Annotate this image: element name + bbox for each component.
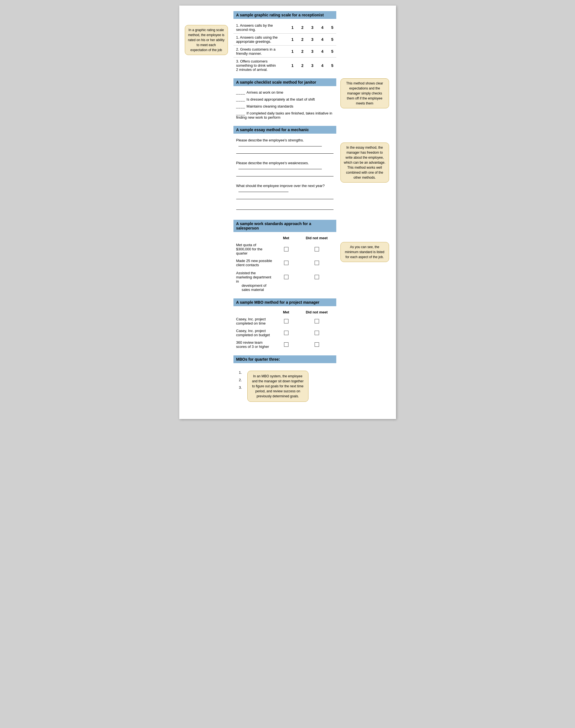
essay-q3: What should the employee improve over th… xyxy=(233,182,336,192)
table-row: Assisted the marketing department in dev… xyxy=(233,269,336,293)
mbo-checkbox-didnot-3[interactable] xyxy=(314,342,319,347)
mbo-checkbox-met-1[interactable] xyxy=(284,319,289,323)
checkbox-didnot-2[interactable] xyxy=(314,261,319,265)
bubble-graphic-rating: In a graphic rating scale method, the em… xyxy=(185,25,228,55)
page: In a graphic rating scale method, the em… xyxy=(179,6,396,419)
bubble-mbo: In an MBO system, the employee and the m… xyxy=(247,371,308,402)
essay-q2: Please describe the employee's weaknesse… xyxy=(233,159,336,169)
essay-line xyxy=(236,204,334,210)
checklist-title: A sample checklist scale method for jani… xyxy=(233,78,336,86)
essay-section: In the essay method, the manager has fre… xyxy=(233,126,336,210)
essay-line xyxy=(236,170,334,176)
table-row: 1. Answers calls by the second ring. 1 2… xyxy=(233,22,336,34)
list-item: Maintains cleaning standards xyxy=(233,103,336,110)
table-row: Casey, Inc. project completed on budget xyxy=(233,327,336,339)
mbo-checkbox-didnot-1[interactable] xyxy=(314,319,319,323)
checkbox-met-1[interactable] xyxy=(284,247,289,251)
graphic-rating-title: A sample graphic rating scale for a rece… xyxy=(233,11,336,19)
mbo-checkbox-met-3[interactable] xyxy=(284,342,289,347)
checkbox-didnot-1[interactable] xyxy=(314,247,319,251)
mbo-quarter-section: In an MBO system, the employee and the m… xyxy=(233,355,336,411)
table-row: 360 review team scores of 3 or higher xyxy=(233,339,336,350)
mbo-section: A sample MBO method for a project manage… xyxy=(233,299,336,350)
table-row: Casey, Inc. project completed on time xyxy=(233,315,336,327)
checkbox-met-3[interactable] xyxy=(284,275,289,279)
table-row: Met quota of $300,000 for the quarter xyxy=(233,241,336,257)
essay-line xyxy=(236,147,334,154)
checkbox-met-2[interactable] xyxy=(284,261,289,265)
work-standards-title: A sample work standards approach for a s… xyxy=(233,220,336,232)
mbo-header: Met Did not meet xyxy=(233,309,336,315)
table-row: 2. Greets customers in a friendly manner… xyxy=(233,45,336,58)
bubble-standards: As you can see, the minimum standard is … xyxy=(340,242,389,262)
mbo-checkbox-met-2[interactable] xyxy=(284,331,289,335)
list-item: Arrives at work on time xyxy=(233,89,336,96)
table-row: 3. Offers customers something to drink w… xyxy=(233,58,336,73)
checkbox-didnot-3[interactable] xyxy=(314,275,319,279)
essay-line xyxy=(236,193,334,199)
bubble-checklist: This method shows clear expectations and… xyxy=(340,78,389,108)
standards-header: Met Did not meet xyxy=(233,235,336,241)
table-row: Made 25 new possible client contacts xyxy=(233,257,336,269)
mbo-title: A sample MBO method for a project manage… xyxy=(233,299,336,306)
graphic-rating-section: A sample graphic rating scale for a rece… xyxy=(233,11,336,73)
list-item: If completed daily tasks are finished, t… xyxy=(233,110,336,121)
essay-q1: Please describe the employee's strengths… xyxy=(233,136,336,146)
bubble-essay: In the essay method, the manager has fre… xyxy=(340,143,389,182)
list-item: Is dressed appropriately at the start of… xyxy=(233,96,336,103)
table-row: 1. Answers calls using the appropriate g… xyxy=(233,34,336,45)
work-standards-section: As you can see, the minimum standard is … xyxy=(233,220,336,293)
mbo-checkbox-didnot-2[interactable] xyxy=(314,331,319,335)
checklist-section: This method shows clear expectations and… xyxy=(233,78,336,121)
essay-title: A sample essay method for a mechanic xyxy=(233,126,336,134)
mbo-quarter-title: MBOs for quarter three: xyxy=(233,355,336,363)
